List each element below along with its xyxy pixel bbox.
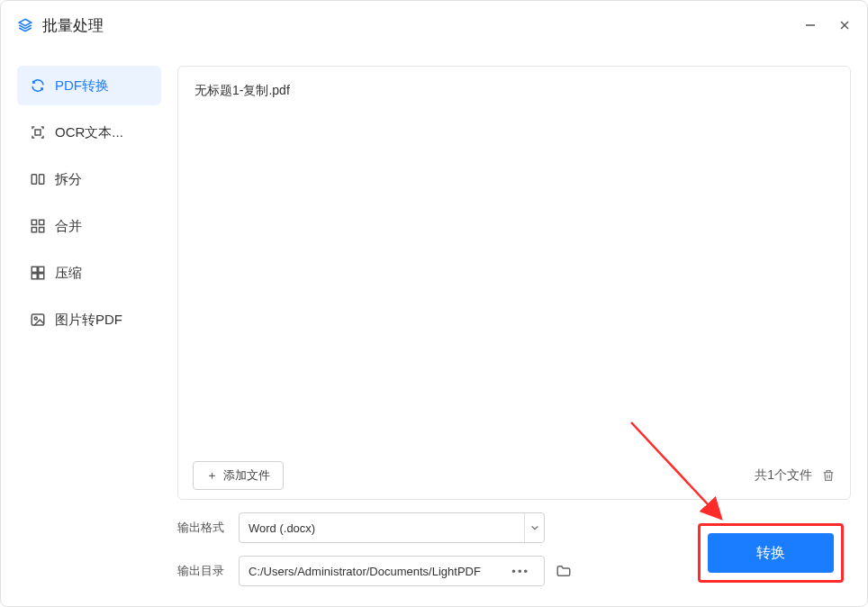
sidebar-item-label: 图片转PDF [55, 312, 122, 329]
svg-rect-13 [39, 274, 44, 279]
minimize-button[interactable] [804, 19, 817, 32]
window-controls [804, 19, 851, 32]
app-window: 批量处理 PDF转换 [0, 0, 868, 607]
output-dir-value: C:/Users/Administrator/Documents/LightPD… [249, 565, 481, 578]
sidebar-item-label: 合并 [55, 218, 82, 235]
titlebar-left: 批量处理 [17, 15, 104, 36]
add-file-label: 添加文件 [223, 467, 270, 484]
sidebar-item-label: OCR文本... [55, 124, 123, 141]
layers-icon [17, 17, 33, 33]
output-dir-label: 输出目录 [177, 563, 228, 579]
svg-rect-10 [32, 267, 37, 272]
titlebar: 批量处理 [1, 1, 867, 50]
sidebar-item-label: 压缩 [55, 265, 82, 282]
main-panel: 无标题1-复制.pdf ＋ 添加文件 共1个文件 [177, 66, 851, 586]
chevron-down-icon [524, 513, 544, 542]
scan-icon [30, 124, 46, 140]
convert-area: 转换 [698, 523, 844, 583]
svg-rect-14 [32, 314, 44, 325]
sidebar-item-label: 拆分 [55, 171, 82, 188]
plus-icon: ＋ [206, 467, 218, 484]
trash-icon[interactable] [821, 468, 836, 483]
file-count-area: 共1个文件 [755, 467, 836, 484]
svg-rect-4 [32, 175, 36, 185]
svg-rect-11 [39, 267, 44, 272]
convert-label: 转换 [756, 544, 785, 563]
svg-rect-9 [40, 228, 44, 232]
highlight-box: 转换 [698, 523, 844, 583]
sidebar-item-ocr[interactable]: OCR文本... [17, 113, 161, 152]
svg-point-15 [34, 317, 37, 320]
svg-rect-12 [32, 274, 37, 279]
compress-icon [30, 265, 46, 281]
sidebar-item-img2pdf[interactable]: 图片转PDF [17, 300, 161, 340]
file-count-label: 共1个文件 [755, 467, 812, 484]
sidebar-item-compress[interactable]: 压缩 [17, 253, 161, 293]
sidebar-item-merge[interactable]: 合并 [17, 206, 161, 246]
svg-rect-3 [35, 130, 41, 135]
file-row[interactable]: 无标题1-复制.pdf [194, 83, 834, 99]
sidebar-item-split[interactable]: 拆分 [17, 159, 161, 199]
split-icon [30, 171, 46, 187]
output-format-value: Word (.docx) [249, 521, 315, 535]
sidebar-item-pdf-convert[interactable]: PDF转换 [17, 66, 161, 105]
file-list: 无标题1-复制.pdf ＋ 添加文件 共1个文件 [177, 66, 851, 500]
image-icon [30, 312, 46, 328]
output-format-label: 输出格式 [177, 520, 228, 536]
folder-icon[interactable] [556, 563, 572, 579]
sidebar: PDF转换 OCR文本... 拆分 [17, 66, 161, 586]
svg-rect-7 [40, 220, 44, 224]
close-button[interactable] [838, 19, 851, 32]
sidebar-item-label: PDF转换 [55, 77, 109, 95]
svg-rect-6 [32, 220, 36, 224]
refresh-icon [30, 77, 46, 94]
output-dir-input[interactable]: C:/Users/Administrator/Documents/LightPD… [239, 556, 545, 586]
svg-rect-5 [40, 175, 44, 185]
file-name: 无标题1-复制.pdf [194, 83, 290, 97]
merge-icon [30, 218, 46, 234]
convert-button[interactable]: 转换 [708, 533, 834, 573]
add-file-button[interactable]: ＋ 添加文件 [193, 461, 284, 490]
output-format-select[interactable]: Word (.docx) [239, 512, 545, 543]
more-icon[interactable]: ••• [506, 565, 535, 578]
window-title: 批量处理 [42, 15, 104, 36]
svg-rect-8 [32, 228, 36, 232]
file-list-footer: ＋ 添加文件 共1个文件 [178, 452, 850, 499]
